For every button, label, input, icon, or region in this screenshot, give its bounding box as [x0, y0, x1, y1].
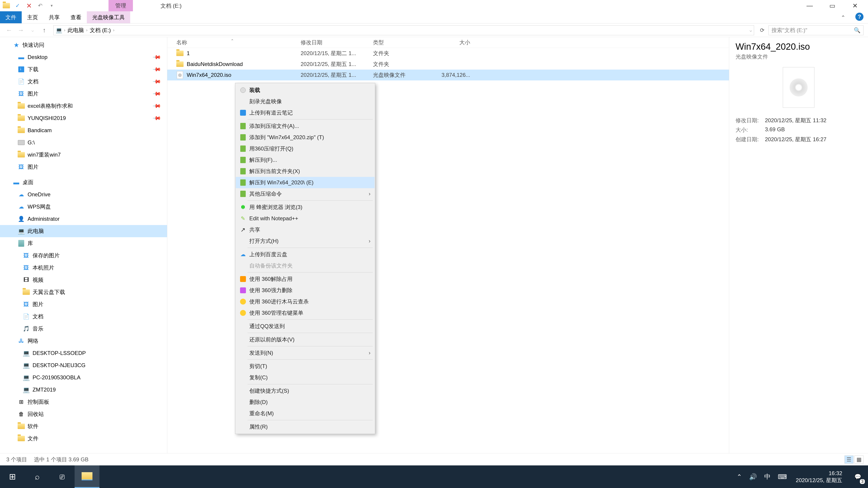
- crumb-drive[interactable]: 文档 (E:): [89, 27, 112, 34]
- col-name[interactable]: 名称⌃: [167, 39, 301, 46]
- tray-overflow[interactable]: ⌃: [733, 473, 745, 481]
- ctx-item[interactable]: 使用 360管理右键菜单: [236, 307, 375, 319]
- ctx-item[interactable]: 复制(C): [236, 372, 375, 383]
- tree-item[interactable]: 🖼本机照片: [0, 262, 167, 274]
- view-details[interactable]: ☰: [844, 455, 854, 464]
- chevron-icon[interactable]: ›: [64, 28, 65, 33]
- qat-more[interactable]: ▾: [48, 2, 55, 9]
- tree-item[interactable]: 🗑回收站: [0, 408, 167, 420]
- search-input[interactable]: 搜索"文档 (E:)" 🔍: [769, 25, 864, 35]
- nav-recent[interactable]: ⌵: [28, 28, 37, 33]
- chevron-icon[interactable]: ›: [86, 28, 88, 33]
- tree-item[interactable]: ☁OneDrive: [0, 188, 167, 201]
- contextual-tab[interactable]: 管理: [108, 0, 133, 11]
- search-button[interactable]: ⌕: [25, 465, 50, 488]
- tree-item[interactable]: 天翼云盘下载: [0, 286, 167, 298]
- col-date[interactable]: 修改日期: [301, 39, 373, 46]
- tree-item[interactable]: 软件: [0, 420, 167, 432]
- ctx-item[interactable]: 属性(R): [236, 421, 375, 432]
- tree-item[interactable]: 文件: [0, 432, 167, 445]
- ctx-item[interactable]: 上传到有道云笔记: [236, 107, 375, 119]
- ribbon-collapse[interactable]: ⌃: [841, 14, 845, 21]
- tree-item[interactable]: 📄文档📌: [0, 75, 167, 88]
- help-button[interactable]: ?: [855, 13, 864, 21]
- notifications[interactable]: 💬3: [848, 465, 868, 488]
- close-button[interactable]: ✕: [844, 0, 866, 11]
- addr-dropdown[interactable]: ⌵: [749, 28, 752, 33]
- qat-undo[interactable]: ↶: [37, 2, 44, 9]
- tree-item[interactable]: 🎵音乐: [0, 323, 167, 335]
- ctx-item[interactable]: 使用 360强力删除: [236, 285, 375, 296]
- file-row[interactable]: BaiduNetdiskDownload 2020/12/25, 星期五 1..…: [167, 59, 729, 70]
- ctx-item[interactable]: 用360压缩打开(Q): [236, 143, 375, 154]
- tree-item[interactable]: 🖼保存的图片: [0, 250, 167, 262]
- volume-icon[interactable]: 🔊: [745, 473, 761, 481]
- ctx-item[interactable]: ✎Edit with Notepad++: [236, 213, 375, 224]
- tree-item[interactable]: 🖼图片: [0, 161, 167, 173]
- tree-item[interactable]: G:\: [0, 136, 167, 149]
- tree-item[interactable]: 💻DESKTOP-LSSOEDP: [0, 347, 167, 359]
- tree-item[interactable]: YUNQISHI2019📌: [0, 112, 167, 124]
- crumb-pc[interactable]: 此电脑: [67, 27, 85, 34]
- ctx-item[interactable]: 解压到(F)...: [236, 154, 375, 166]
- tree-item[interactable]: Bandicam: [0, 124, 167, 136]
- ime-indicator[interactable]: 中: [761, 473, 774, 481]
- tree-item[interactable]: 💻ZMT2019: [0, 384, 167, 396]
- tab-view[interactable]: 查看: [65, 11, 87, 23]
- ctx-item[interactable]: 剪切(T): [236, 361, 375, 372]
- tree-item[interactable]: excel表格制作求和📌: [0, 100, 167, 112]
- ctx-item[interactable]: 删除(D): [236, 396, 375, 408]
- ctx-item[interactable]: 解压到当前文件夹(X): [236, 166, 375, 177]
- ctx-item[interactable]: 打开方式(H)›: [236, 235, 375, 247]
- tree-item[interactable]: ⊞控制面板: [0, 396, 167, 408]
- tab-file[interactable]: 文件: [0, 11, 22, 23]
- chevron-icon[interactable]: ›: [113, 28, 114, 33]
- nav-back[interactable]: ←: [4, 27, 13, 34]
- ctx-item[interactable]: 使用 360解除占用: [236, 273, 375, 285]
- minimize-button[interactable]: —: [798, 0, 821, 11]
- tree-item[interactable]: ▬Desktop📌: [0, 51, 167, 63]
- refresh-button[interactable]: ⟳: [758, 27, 766, 33]
- view-icons[interactable]: ▦: [855, 455, 864, 464]
- tree-network[interactable]: 🖧网络: [0, 335, 167, 347]
- maximize-button[interactable]: ▭: [821, 0, 844, 11]
- tree-item[interactable]: 🎞视频: [0, 274, 167, 286]
- qat-item[interactable]: ✓: [14, 2, 21, 9]
- nav-up[interactable]: ↑: [40, 27, 49, 34]
- ctx-item[interactable]: 重命名(M): [236, 408, 375, 419]
- col-size[interactable]: 大小: [434, 39, 479, 46]
- tab-home[interactable]: 主页: [22, 11, 43, 23]
- ctx-item[interactable]: ✽用 蜂蜜浏览器 浏览(3): [236, 201, 375, 213]
- tree-item[interactable]: ☁WPS网盘: [0, 201, 167, 213]
- ctx-item[interactable]: ↗共享: [236, 224, 375, 235]
- tab-disc-tools[interactable]: 光盘映像工具: [87, 11, 130, 23]
- search-icon[interactable]: 🔍: [854, 27, 861, 33]
- tree-item[interactable]: 📄文档: [0, 311, 167, 323]
- tree-item[interactable]: 🖼图片: [0, 298, 167, 311]
- tree-item[interactable]: 💻PC-20190530OBLA: [0, 371, 167, 384]
- task-view[interactable]: ⎚: [50, 465, 74, 488]
- tree-libraries[interactable]: 库: [0, 237, 167, 250]
- taskbar-explorer[interactable]: [74, 465, 99, 488]
- breadcrumb[interactable]: 💻 › 此电脑 › 文档 (E:) › ⌵: [53, 25, 754, 35]
- ctx-item[interactable]: 通过QQ发送到: [236, 321, 375, 332]
- start-button[interactable]: ⊞: [0, 465, 25, 488]
- qat-delete[interactable]: ✕: [25, 2, 33, 9]
- ctx-item[interactable]: 解压到 Win7x64_2020\ (E): [236, 177, 375, 188]
- tree-item[interactable]: 💻DESKTOP-NJEU3CG: [0, 359, 167, 371]
- ctx-item[interactable]: 刻录光盘映像: [236, 96, 375, 107]
- ctx-item[interactable]: 发送到(N)›: [236, 347, 375, 359]
- ctx-item[interactable]: ☁上传到百度云盘: [236, 249, 375, 260]
- tree-item[interactable]: 下载📌: [0, 63, 167, 75]
- file-row-selected[interactable]: Win7x64_2020.iso 2020/12/25, 星期五 1... 光盘…: [167, 70, 729, 80]
- tree-this-pc[interactable]: 💻此电脑: [0, 225, 167, 237]
- tree-item[interactable]: 👤Administrator: [0, 213, 167, 225]
- ctx-item[interactable]: 还原以前的版本(V): [236, 334, 375, 345]
- tab-share[interactable]: 共享: [43, 11, 65, 23]
- tree-item[interactable]: win7重装win7: [0, 149, 167, 161]
- nav-forward[interactable]: →: [16, 27, 25, 34]
- tree-item[interactable]: 🖼图片📌: [0, 88, 167, 100]
- col-type[interactable]: 类型: [373, 39, 434, 46]
- ime-icon[interactable]: ⌨: [774, 473, 790, 481]
- ctx-item[interactable]: 添加到压缩文件(A)...: [236, 121, 375, 132]
